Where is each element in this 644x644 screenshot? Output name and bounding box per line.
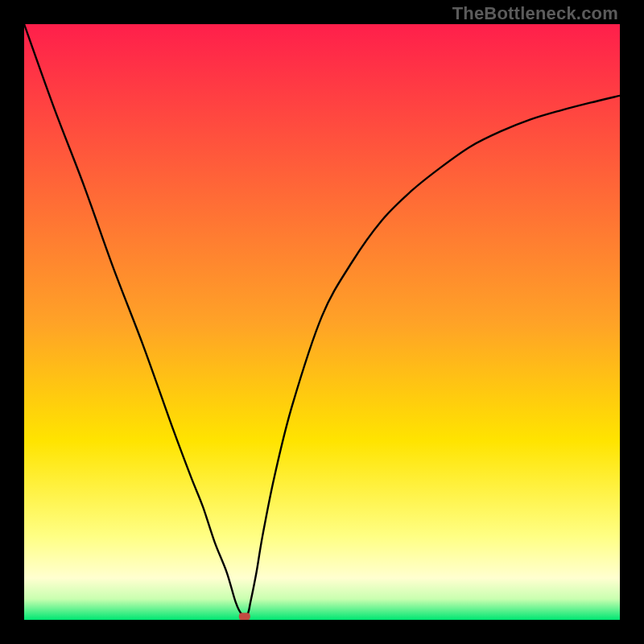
watermark-text: TheBottleneck.com	[452, 3, 618, 24]
minimum-marker	[239, 613, 250, 620]
bottleneck-chart	[24, 24, 620, 620]
chart-frame: TheBottleneck.com	[0, 0, 644, 644]
gradient-background	[24, 24, 620, 620]
plot-area	[24, 24, 620, 620]
